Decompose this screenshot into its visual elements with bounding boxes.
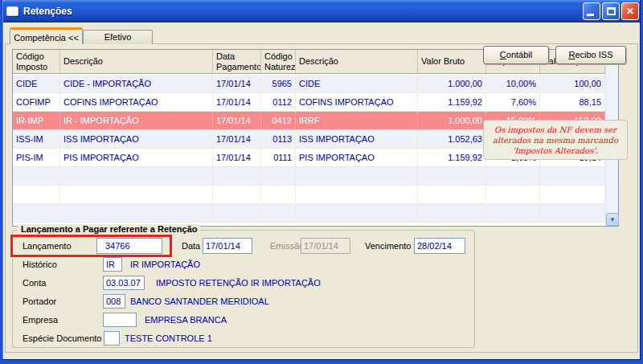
app-icon [6,6,18,16]
data-input[interactable] [203,238,252,254]
note-line: alterados na mesma marcando [484,135,627,145]
column-header-data-pagamento: DataPagamento [213,50,261,73]
contabil-button[interactable]: Contábil [483,46,549,64]
close-icon: ✕ [622,3,638,19]
cell-empty [13,186,60,204]
historico-label: Histórico [23,260,57,269]
recibo-iss-button[interactable]: Recibo ISS [555,46,626,64]
lancamento-input[interactable] [96,238,162,254]
cell-descricao-natureza: COFINS IMPORTAÇAO [296,93,418,112]
cell-codigo-natureza: 0412 [261,112,296,130]
cell-empty [418,186,486,204]
cell-data-pagamento: 17/01/14 [213,112,261,130]
conta-descricao: IMPOSTO RETENÇÃO IR IMPORTAÇÃO [156,278,321,288]
cell-valor-imposto: 100,00 [540,75,605,93]
table-row-cide[interactable]: CIDE CIDE - IMPORTAÇÃO 17/01/14 5965 CID… [13,75,605,93]
cell-valor-bruto: 1.052,63 [418,130,486,149]
cell-descricao-natureza: IRRF [296,112,418,130]
cell-codigo: COFIMP [13,93,60,112]
cell-descricao-natureza: CIDE [296,75,418,93]
cell-empty [486,204,540,223]
cell-codigo-natureza: 5965 [261,75,296,93]
table-row-empty [13,167,605,186]
cell-valor-bruto: 1.000,00 [418,75,486,93]
empresa-descricao: EMPRESA BRANCA [145,315,227,325]
tab-efetivo[interactable]: Efetivo [83,30,153,44]
cell-empty [486,186,540,204]
especie-documento-input[interactable] [104,331,120,346]
column-header-valor-bruto: Valor Bruto [418,50,486,73]
cell-empty [540,186,605,204]
cell-empty [540,167,605,186]
portador-code-input[interactable] [103,294,125,309]
maximize-icon [607,7,616,15]
cell-valor-bruto: 1.159,92 [418,93,486,112]
cell-descricao-natureza: PIS IMPORTAÇAO [296,149,418,167]
maximize-button[interactable] [602,2,620,20]
cell-empty [296,204,418,223]
cell-valor-imposto: 88,15 [540,93,605,112]
cell-codigo-natureza: 0112 [261,93,296,112]
minimize-button[interactable] [583,2,600,20]
title-bar[interactable]: Retenções ✕ [0,0,643,22]
cell-codigo: PIS-IM [13,149,60,167]
cell-empty [261,204,296,223]
note-line: Os impostos da NF devem ser [484,125,627,135]
historico-code-input[interactable] [103,257,122,272]
cell-descricao: ISS IMPORTAÇAO [60,130,213,149]
scroll-down-icon[interactable]: ▼ [606,213,619,226]
cell-data-pagamento: 17/01/14 [213,75,261,93]
cell-empty [418,204,486,223]
cell-empty [296,186,418,204]
cell-descricao: CIDE - IMPORTAÇÃO [60,75,213,93]
emissao-label: Emissão [270,241,304,251]
cell-aliquota: 10,00% [486,75,540,93]
empresa-code-input[interactable] [103,313,137,327]
note-line: 'Impostos Alterados'. [484,145,627,156]
cell-codigo-natureza: 0111 [261,149,296,167]
fieldset-legend: Lançamento a Pagar referente a Retenção [18,224,200,234]
conta-label: Conta [23,278,46,288]
cell-codigo: ISS-IM [13,130,60,149]
cell-descricao-natureza: ISS IMPORTAÇAO [296,130,418,149]
cell-codigo-natureza: 0113 [261,130,296,149]
tab-page: CódigoImposto Descrição DataPagamento Có… [5,43,638,353]
cell-data-pagamento: 17/01/14 [213,93,261,112]
emissao-input [301,238,350,254]
cell-empty [486,167,540,186]
column-header-descricao: Descrição [60,50,213,73]
table-row-cofimp[interactable]: COFIMP COFINS IMPORTAÇAO 17/01/14 0112 C… [13,93,605,112]
historico-descricao: IR IMPORTAÇÃO [130,260,200,269]
vencimento-input[interactable] [414,238,465,254]
cell-empty [261,167,296,186]
cell-empty [60,167,213,186]
conta-code-input[interactable] [103,276,145,290]
contabil-button-rest: ontábil [506,50,532,59]
cell-empty [13,204,60,223]
vencimento-label: Vencimento [365,241,411,251]
cell-empty [296,167,418,186]
cell-empty [13,167,60,186]
cell-empty [213,167,261,186]
column-header-descricao-natureza: Descrição [296,50,418,73]
tab-competencia[interactable]: Competência << [10,27,83,44]
portador-label: Portador [23,297,56,306]
lancamento-label: Lançamento [23,241,72,251]
cell-data-pagamento: 17/01/14 [213,130,261,149]
window-controls: ✕ [583,2,639,20]
cell-descricao: IR - IMPORTAÇÃO [60,112,213,130]
recibo-button-rest: ecibo ISS [575,50,612,59]
cell-empty [213,186,261,204]
cell-valor-bruto: 1.000,00 [418,112,486,130]
cell-descricao: COFINS IMPORTAÇAO [60,93,213,112]
especie-documento-label: Espécie Documento [23,333,101,343]
portador-descricao: BANCO SANTANDER MERIDIOAL [130,297,269,306]
cell-codigo: CIDE [13,75,60,93]
cell-descricao: PIS IMPORTAÇAO [60,149,213,167]
window-title: Retenções [23,6,72,17]
minimize-icon [587,14,594,16]
close-button[interactable]: ✕ [621,2,639,20]
contabil-button-key: C [500,50,506,59]
cell-empty [60,186,213,204]
cell-codigo: IR-IMP [13,112,60,130]
